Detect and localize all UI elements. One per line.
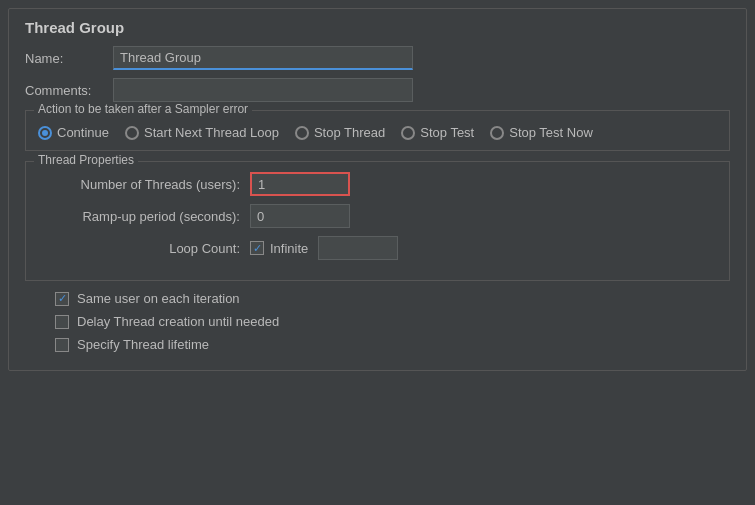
loop-count-input[interactable] [318,236,398,260]
radio-stop-test[interactable]: Stop Test [401,125,474,140]
panel-title: Thread Group [25,19,730,36]
radio-stop-test-now[interactable]: Stop Test Now [490,125,593,140]
radio-circle-stop-thread [295,126,309,140]
delay-thread-label: Delay Thread creation until needed [77,314,279,329]
rampup-label: Ramp-up period (seconds): [40,209,240,224]
name-label: Name: [25,51,105,66]
radio-start-next[interactable]: Start Next Thread Loop [125,125,279,140]
name-input[interactable] [113,46,413,70]
radio-circle-start-next [125,126,139,140]
comments-input[interactable] [113,78,413,102]
same-user-checkbox[interactable] [55,292,69,306]
infinite-checkbox[interactable] [250,241,264,255]
delay-thread-checkbox[interactable] [55,315,69,329]
specify-lifetime-label: Specify Thread lifetime [77,337,209,352]
num-threads-label: Number of Threads (users): [40,177,240,192]
radio-circle-continue [38,126,52,140]
thread-properties-legend: Thread Properties [34,153,138,167]
same-user-label: Same user on each iteration [77,291,240,306]
num-threads-input[interactable] [250,172,350,196]
rampup-input[interactable] [250,204,350,228]
infinite-checkbox-wrap[interactable]: Infinite [250,241,308,256]
loop-count-label: Loop Count: [40,241,240,256]
radio-stop-thread[interactable]: Stop Thread [295,125,385,140]
comments-label: Comments: [25,83,105,98]
specify-lifetime-checkbox[interactable] [55,338,69,352]
radio-circle-stop-test [401,126,415,140]
sampler-error-legend: Action to be taken after a Sampler error [34,102,252,116]
infinite-label: Infinite [270,241,308,256]
radio-continue[interactable]: Continue [38,125,109,140]
radio-circle-stop-test-now [490,126,504,140]
